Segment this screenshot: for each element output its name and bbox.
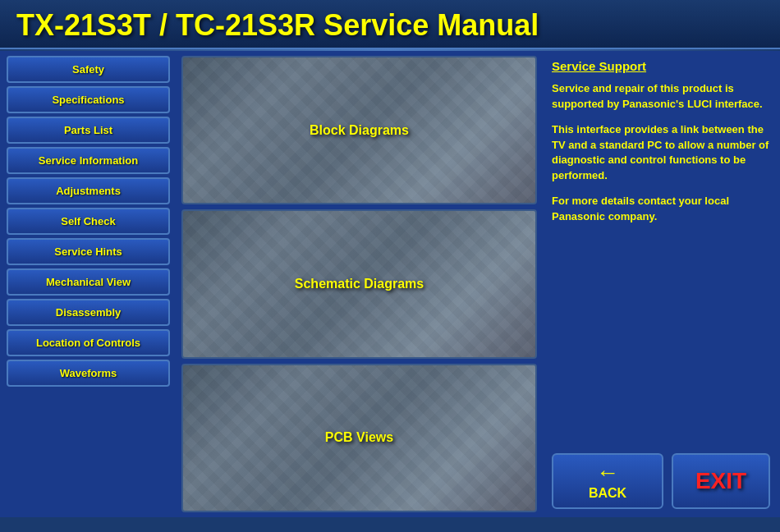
sidebar-item-specifications[interactable]: Specifications (7, 86, 170, 113)
service-support-para1: Service and repair of this product is su… (552, 81, 770, 112)
sidebar-item-service-hints[interactable]: Service Hints (7, 238, 170, 265)
service-support-para3: For more details contact your local Pana… (552, 194, 770, 225)
block-diagrams-label: Block Diagrams (310, 123, 409, 138)
right-panel-buttons: ← BACK EXIT (552, 453, 770, 509)
sidebar-item-parts-list[interactable]: Parts List (7, 117, 170, 144)
right-panel: Service Support Service and repair of th… (542, 51, 780, 517)
exit-label: EXIT (695, 468, 746, 494)
exit-button[interactable]: EXIT (672, 453, 770, 509)
page-title: TX-21S3T / TC-21S3R Service Manual (16, 8, 764, 43)
back-arrow-icon: ← (596, 461, 619, 484)
service-support-text: Service and repair of this product is su… (552, 81, 770, 445)
sidebar: Safety Specifications Parts List Service… (0, 51, 177, 517)
sidebar-item-waveforms[interactable]: Waveforms (7, 360, 170, 387)
service-support-para2: This interface provides a link between t… (552, 122, 770, 184)
sidebar-item-safety[interactable]: Safety (7, 56, 170, 83)
main-layout: Safety Specifications Parts List Service… (0, 51, 780, 517)
block-diagrams-box[interactable]: Block Diagrams (181, 56, 537, 204)
center-content: Block Diagrams Schematic Diagrams PCB Vi… (177, 51, 542, 517)
sidebar-item-adjustments[interactable]: Adjustments (7, 177, 170, 204)
header: TX-21S3T / TC-21S3R Service Manual (0, 0, 780, 49)
sidebar-item-service-information[interactable]: Service Information (7, 147, 170, 174)
sidebar-item-location-of-controls[interactable]: Location of Controls (7, 329, 170, 356)
sidebar-item-disassembly[interactable]: Disassembly (7, 299, 170, 326)
pcb-views-box[interactable]: PCB Views (181, 364, 537, 512)
sidebar-item-self-check[interactable]: Self Check (7, 208, 170, 235)
pcb-views-label: PCB Views (325, 430, 393, 445)
schematic-diagrams-label: Schematic Diagrams (295, 277, 424, 291)
back-button[interactable]: ← BACK (552, 453, 663, 509)
back-label: BACK (589, 486, 626, 501)
schematic-diagrams-box[interactable]: Schematic Diagrams (181, 209, 537, 358)
sidebar-item-mechanical-view[interactable]: Mechanical View (7, 268, 170, 296)
service-support-title: Service Support (552, 59, 770, 73)
